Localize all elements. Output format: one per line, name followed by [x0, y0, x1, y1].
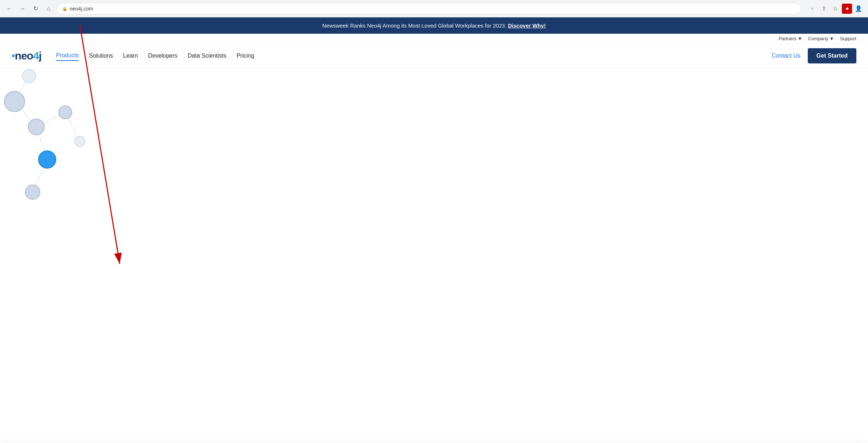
- nav-developers[interactable]: Developers: [148, 51, 177, 61]
- graph-background: .node-circle { fill: #cdd8e8; stroke: #a…: [0, 47, 98, 373]
- svg-point-10: [38, 151, 56, 168]
- back-button[interactable]: ←: [4, 4, 15, 14]
- main-nav: • neo4j Products Solutions Learn Develop…: [0, 44, 868, 68]
- svg-point-6: [4, 91, 25, 112]
- nav-pricing[interactable]: Pricing: [237, 51, 254, 61]
- reload-button[interactable]: ↻: [30, 4, 41, 14]
- annotation-arrow: [0, 17, 868, 443]
- address-bar[interactable]: 🔒 neo4j.com: [57, 3, 801, 15]
- lock-icon: 🔒: [62, 6, 67, 11]
- home-button[interactable]: ⌂: [44, 4, 54, 14]
- url-text: neo4j.com: [70, 6, 93, 12]
- nav-links: Products Solutions Learn Developers Data…: [56, 51, 771, 61]
- bookmark-button[interactable]: ☆: [830, 4, 840, 14]
- browser-actions: ▫ ⇧ ☆ ★ 👤: [807, 4, 864, 14]
- utility-bar: Partners ▼ Company ▼ Support: [0, 34, 868, 44]
- logo[interactable]: • neo4j: [12, 50, 41, 62]
- cast-button[interactable]: ▫: [807, 4, 817, 14]
- announcement-text: Newsweek Ranks Neo4j Among its Most Love…: [322, 22, 506, 29]
- nav-right: Contact Us Get Started: [772, 48, 856, 63]
- svg-point-11: [75, 136, 85, 146]
- profile-button[interactable]: 👤: [853, 4, 864, 14]
- nav-learn[interactable]: Learn: [123, 51, 138, 61]
- chevron-down-icon: ▼: [830, 36, 834, 41]
- announcement-link[interactable]: Discover Why!: [508, 22, 546, 29]
- nav-products[interactable]: Products: [56, 51, 79, 61]
- svg-point-8: [28, 119, 44, 135]
- company-link[interactable]: Company ▼: [808, 36, 834, 41]
- forward-button[interactable]: →: [17, 4, 28, 14]
- svg-point-9: [59, 106, 72, 119]
- svg-point-7: [22, 70, 36, 83]
- announcement-bar: Newsweek Ranks Neo4j Among its Most Love…: [0, 17, 868, 34]
- browser-chrome: ← → ↻ ⌂ 🔒 neo4j.com ▫ ⇧ ☆ ★ 👤: [0, 0, 868, 17]
- chevron-down-icon: ▼: [798, 36, 802, 41]
- nav-data-scientists[interactable]: Data Scientists: [188, 51, 226, 61]
- get-started-button[interactable]: Get Started: [808, 48, 856, 63]
- support-link[interactable]: Support: [840, 36, 856, 41]
- share-button[interactable]: ⇧: [819, 4, 829, 14]
- contact-us-link[interactable]: Contact Us: [772, 53, 801, 59]
- partners-link[interactable]: Partners ▼: [779, 36, 802, 41]
- extension-button[interactable]: ★: [842, 4, 852, 14]
- svg-point-12: [25, 185, 40, 199]
- nav-solutions[interactable]: Solutions: [89, 51, 113, 61]
